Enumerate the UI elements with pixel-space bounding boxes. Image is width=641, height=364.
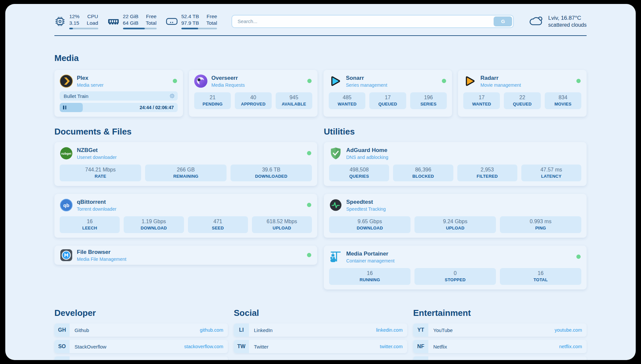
disk-stat: 52.4 TB 97.9 TB Free Total	[166, 13, 217, 29]
stat-box-series: 196 SERIES	[410, 92, 447, 109]
memory-free-label: Free	[146, 13, 157, 20]
stat-box-approved: 40 APPROVED	[235, 92, 271, 109]
status-indicator	[307, 151, 311, 155]
app-title: Overseerr	[211, 75, 245, 81]
app-title: Sonarr	[346, 75, 387, 81]
now-playing-title-row: Bullet Train	[60, 91, 178, 101]
cpu-icon	[54, 16, 66, 27]
memory-total-label: Total	[146, 20, 157, 26]
app-card-plex[interactable]: Plex Media server Bullet Train	[54, 70, 183, 117]
link-row-reddit[interactable]: RE Reddit reddit.com	[413, 356, 587, 360]
playback-time: 24:44 / 02:06:47	[139, 105, 178, 110]
app-card-qbittorrent[interactable]: qb qBittorrent Torrent downloader 16 LEE…	[54, 194, 317, 238]
link-name: LinkedIn	[254, 327, 273, 333]
memory-total-value: 64 GiB	[123, 20, 138, 26]
section-title-developer: Developer	[54, 308, 228, 318]
pause-icon	[63, 106, 64, 109]
link-url: youtube.com	[555, 327, 582, 333]
stat-box-remaining: 266 GB REMAINING	[145, 165, 227, 181]
section-documents-files: Documents & Files nzbget NZBGet Usenet d	[54, 127, 317, 289]
playback-progress-fill	[60, 103, 83, 112]
link-badge: YT	[413, 323, 428, 337]
app-title: qBittorrent	[77, 199, 116, 205]
cpu-progress-fill	[69, 28, 73, 29]
link-row-github[interactable]: GH Github github.com	[54, 323, 228, 337]
app-subtitle: Speedtest Tracking	[346, 206, 386, 212]
stat-box-ping: 0.993 ms PING	[500, 216, 581, 233]
app-card-nzbget[interactable]: nzbget NZBGet Usenet downloader 744.21 M…	[54, 142, 317, 186]
stat-box-wanted: 17 WANTED	[463, 92, 500, 109]
link-url: linkedin.com	[376, 327, 403, 333]
section-title-documents: Documents & Files	[54, 127, 317, 137]
link-row-stackoverflow[interactable]: SO StackOverflow stackoverflow.com	[54, 340, 228, 353]
app-title: NZBGet	[77, 147, 117, 154]
stat-box-download: 9.65 Gbps DOWNLOAD	[329, 216, 411, 233]
app-title: Media Portainer	[346, 251, 394, 257]
top-bar: 12% 3.15 CPU Load	[54, 13, 587, 29]
memory-progress-track	[123, 28, 157, 29]
header-divider	[54, 35, 587, 36]
stat-box-downloaded: 39.6 TB DOWNLOADED	[230, 165, 312, 181]
search-bar: G	[231, 15, 514, 28]
link-url: twitter.com	[380, 344, 403, 349]
weather-widget[interactable]: Lviv, 16.87°C scattered clouds	[528, 15, 587, 28]
link-name: YouTube	[433, 327, 453, 333]
stat-box-running: 16 RUNNING	[329, 268, 411, 285]
link-badge: DT	[54, 356, 70, 360]
app-subtitle: Media Requests	[211, 82, 245, 88]
gear-icon[interactable]	[169, 93, 175, 99]
link-row-netflix[interactable]: NF Netflix netflix.com	[413, 340, 587, 353]
link-url: netflix.com	[559, 344, 582, 349]
link-row-dev[interactable]: DT DEV dev.to	[54, 356, 228, 360]
stat-box-leech: 16 LEECH	[60, 216, 120, 233]
link-badge: LI	[234, 323, 249, 337]
app-title: Plex	[77, 75, 104, 81]
status-indicator	[307, 79, 312, 83]
sonarr-icon	[329, 75, 342, 88]
stat-box-latency: 47.57 ms LATENCY	[521, 165, 581, 181]
app-card-overseerr[interactable]: Overseerr Media Requests 21 PENDING 40 A…	[189, 70, 318, 117]
nzbget-icon: nzbget	[60, 147, 73, 160]
cpu-load-label: Load	[87, 20, 98, 26]
stat-box-movies: 834 MOVIES	[545, 92, 581, 109]
stat-box-pending: 21 PENDING	[194, 92, 231, 109]
section-entertainment: Entertainment YT YouTube youtube.com NF …	[413, 308, 587, 360]
link-row-youtube[interactable]: YT YouTube youtube.com	[413, 323, 587, 337]
memory-free-value: 22 GiB	[123, 13, 138, 20]
cpu-usage-value: 12%	[69, 13, 79, 20]
stat-box-upload: 9.24 Gbps UPLOAD	[414, 216, 496, 233]
disk-progress-track	[181, 28, 217, 29]
link-name: Twitter	[254, 344, 268, 349]
section-developer: Developer GH Github github.com SO StackO…	[54, 308, 228, 360]
link-badge: RE	[413, 356, 428, 360]
app-card-radarr[interactable]: Radarr Movie management 17 WANTED 22 QUE…	[458, 70, 587, 117]
link-name: Netflix	[433, 344, 447, 349]
system-stats: 12% 3.15 CPU Load	[54, 13, 217, 29]
stat-box-blocked: 86,396 BLOCKED	[393, 165, 453, 181]
app-subtitle: Series management	[346, 82, 387, 88]
app-card-adguard[interactable]: AdGuard Home DNS and adblocking 498,508 …	[324, 142, 587, 186]
app-subtitle: Media server	[77, 82, 104, 88]
link-row-linkedin[interactable]: LI LinkedIn linkedin.com	[234, 323, 407, 337]
svg-text:nzbget: nzbget	[61, 152, 72, 155]
app-card-sonarr[interactable]: Sonarr Series management 485 WANTED 17 Q…	[323, 70, 452, 117]
plex-icon	[60, 75, 73, 88]
app-card-speedtest[interactable]: Speedtest Speedtest Tracking 9.65 Gbps D…	[324, 194, 587, 238]
link-badge: TW	[234, 340, 249, 353]
stat-box-stopped: 0 STOPPED	[414, 268, 496, 285]
link-row-twitter[interactable]: TW Twitter twitter.com	[234, 340, 407, 353]
search-provider-button[interactable]: G	[494, 16, 512, 26]
app-title: Radarr	[480, 75, 521, 81]
search-input[interactable]	[232, 18, 494, 24]
app-card-filebrowser[interactable]: File Browser Media File Management	[54, 246, 317, 265]
cpu-stat: 12% 3.15 CPU Load	[54, 13, 98, 29]
app-card-portainer[interactable]: Media Portainer Container management 16 …	[324, 246, 587, 289]
status-indicator	[576, 255, 581, 259]
section-title-media: Media	[54, 53, 587, 63]
app-subtitle: Movie management	[480, 82, 521, 88]
stat-box-seed: 471 SEED	[188, 216, 248, 233]
memory-stat: 22 GiB 64 GiB Free Total	[107, 13, 157, 29]
link-name: StackOverflow	[75, 344, 107, 349]
status-indicator	[173, 79, 177, 83]
overseerr-icon	[194, 75, 207, 88]
